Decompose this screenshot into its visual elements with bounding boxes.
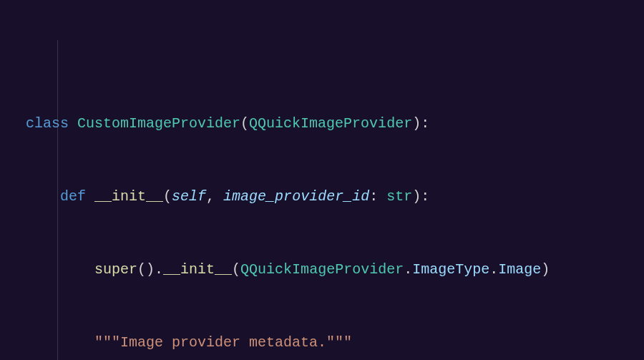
func-super: super <box>94 261 137 278</box>
base-class: QQuickImageProvider <box>249 115 412 132</box>
paren-open: ( <box>240 115 249 132</box>
code-line: super().__init__(QQuickImageProvider.Ima… <box>26 258 644 282</box>
qquick-provider: QQuickImageProvider <box>240 261 404 278</box>
indent-guide <box>57 40 58 360</box>
docstring-metadata: """Image provider metadata.""" <box>94 334 352 351</box>
colon: : <box>421 115 429 132</box>
code-editor[interactable]: class CustomImageProvider(QQuickImagePro… <box>0 0 644 360</box>
keyword-def: def <box>60 188 86 205</box>
attr-imagetype: ImageType <box>412 261 489 278</box>
param-image-provider-id: image_provider_id <box>223 188 369 205</box>
code-line: """Image provider metadata.""" <box>26 331 644 355</box>
code-line: def __init__(self, image_provider_id: st… <box>26 185 644 209</box>
method-init: __init__ <box>163 261 232 278</box>
func-init: __init__ <box>94 188 163 205</box>
attr-image: Image <box>498 261 541 278</box>
code-line: class CustomImageProvider(QQuickImagePro… <box>26 112 644 136</box>
keyword-class: class <box>26 115 69 132</box>
param-self: self <box>172 188 206 205</box>
paren-close: ) <box>412 115 421 132</box>
type-str: str <box>386 188 412 205</box>
class-name: CustomImageProvider <box>77 115 240 132</box>
